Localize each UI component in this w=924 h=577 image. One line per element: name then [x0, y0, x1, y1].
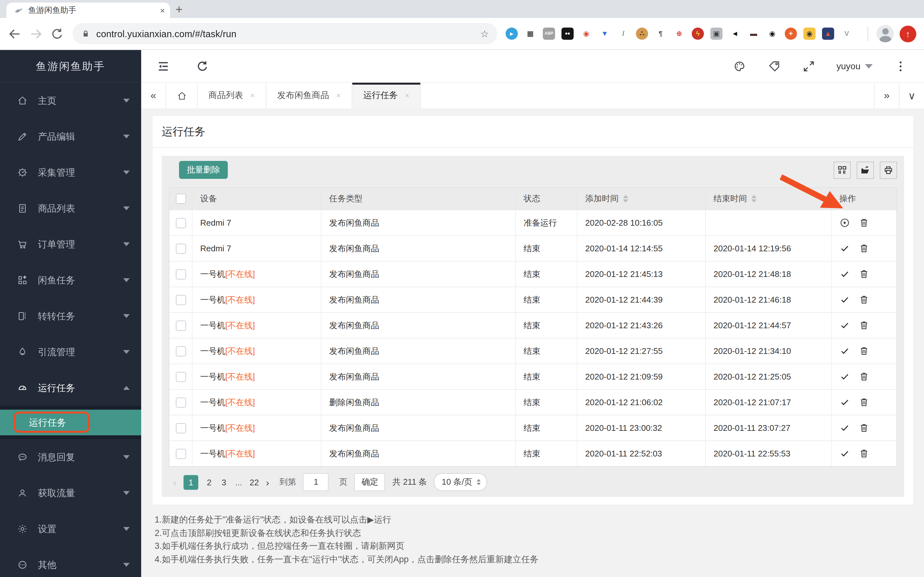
sidebar-item-cart[interactable]: 订单管理: [0, 226, 141, 262]
scroll-tabs-left-button[interactable]: «: [141, 83, 166, 108]
delete-task-button[interactable]: [859, 371, 869, 382]
delete-task-button[interactable]: [859, 243, 869, 254]
camera-extension-icon[interactable]: ◉: [803, 27, 816, 40]
forward-icon[interactable]: [29, 27, 43, 41]
qr-code-extension-icon[interactable]: ▦: [524, 27, 536, 40]
mask-extension-icon[interactable]: ••: [561, 27, 573, 40]
new-tab-button[interactable]: +: [170, 1, 188, 18]
tab-3[interactable]: 运行任务×: [352, 83, 421, 108]
tabs-menu-button[interactable]: ∨: [899, 83, 924, 108]
row-checkbox[interactable]: [176, 243, 186, 253]
prev-page-button[interactable]: ‹: [173, 477, 176, 488]
theme-palette-icon[interactable]: [732, 59, 746, 73]
table-row: 一号机[不在线]发布闲鱼商品结束2020-01-11 23:00:322020-…: [170, 415, 897, 440]
sidebar-item-collect[interactable]: 采集管理: [0, 155, 141, 190]
url-bar[interactable]: control.yuxianxian.com/#/task/run ☆: [73, 23, 497, 44]
page-number-1[interactable]: 1: [184, 475, 198, 490]
sort-icon[interactable]: [751, 195, 756, 203]
tab-close-icon[interactable]: ×: [405, 91, 409, 100]
adblock-plus-extension-icon[interactable]: ABP: [543, 27, 555, 40]
kebab-menu-icon[interactable]: [894, 59, 907, 73]
row-checkbox[interactable]: [176, 397, 186, 408]
header-toolbar: yuyou: [141, 50, 924, 82]
tab-close-icon[interactable]: ×: [160, 6, 165, 15]
browser-tab[interactable]: 鱼游闲鱼助手 ×: [6, 3, 170, 18]
sidebar-item-dashboard[interactable]: 运行任务: [0, 370, 141, 406]
delete-task-button[interactable]: [859, 269, 869, 279]
hub-extension-icon[interactable]: +: [785, 27, 797, 40]
sidebar-item-grid[interactable]: 闲鱼任务: [0, 262, 141, 298]
delete-task-button[interactable]: [859, 320, 869, 331]
delete-task-button[interactable]: [859, 294, 869, 305]
row-checkbox[interactable]: [176, 346, 186, 356]
sort-icon[interactable]: [623, 195, 628, 203]
row-checkbox[interactable]: [176, 423, 186, 433]
tab-home[interactable]: [166, 83, 198, 108]
batch-delete-button[interactable]: 批量删除: [179, 161, 228, 179]
sitemap-extension-icon[interactable]: ⊕: [673, 27, 685, 40]
fullscreen-icon[interactable]: [802, 59, 815, 73]
sidebar-item-more[interactable]: 其他: [0, 547, 141, 577]
window-extension-icon[interactable]: ▣: [710, 27, 722, 40]
grid-icon: [17, 274, 28, 286]
vue-extension-icon[interactable]: V: [841, 27, 853, 40]
tab-2[interactable]: 发布闲鱼商品×: [266, 83, 352, 108]
print-button[interactable]: [880, 161, 897, 179]
next-page-button[interactable]: ›: [266, 477, 269, 488]
collapse-sidebar-icon[interactable]: [157, 59, 170, 73]
page-number-2[interactable]: 2: [205, 477, 213, 487]
export-button[interactable]: [857, 161, 874, 179]
delete-task-button[interactable]: [859, 218, 869, 228]
select-all-checkbox[interactable]: [176, 193, 186, 204]
sidebar-item-user[interactable]: 获取流量: [0, 475, 141, 511]
per-page-select[interactable]: 10 条/页: [434, 473, 487, 491]
rocket-extension-icon[interactable]: ▲: [822, 27, 834, 40]
row-checkbox[interactable]: [176, 218, 186, 228]
row-checkbox[interactable]: [176, 269, 186, 279]
sidebar-item-layers[interactable]: 转转任务: [0, 298, 141, 334]
confirm-goto-button[interactable]: 确定: [355, 473, 385, 491]
scallion-extension-icon[interactable]: /: [617, 27, 630, 40]
column-settings-button[interactable]: [834, 161, 851, 179]
balloon-extension-icon[interactable]: ▼: [599, 27, 611, 40]
row-checkbox[interactable]: [176, 372, 186, 382]
tag-icon[interactable]: [767, 59, 780, 73]
run-task-button[interactable]: [839, 218, 850, 228]
update-chrome-button[interactable]: ↑: [900, 25, 916, 42]
sidebar-item-flame[interactable]: 引流管理: [0, 334, 141, 370]
row-checkbox[interactable]: [176, 448, 186, 459]
tab-close-icon[interactable]: ×: [250, 91, 255, 100]
bookmark-star-icon[interactable]: ☆: [480, 28, 489, 39]
sidebar-item-list[interactable]: 商品列表: [0, 190, 141, 226]
row-checkbox[interactable]: [176, 320, 186, 330]
sidebar-item-gear[interactable]: 设置: [0, 511, 141, 547]
sidebar-item-edit[interactable]: 产品编辑: [0, 119, 141, 155]
map-pin-extension-icon[interactable]: ◉: [580, 27, 592, 40]
tab-close-icon[interactable]: ×: [336, 91, 341, 100]
sidebar-item-chat[interactable]: 消息回复: [0, 439, 141, 475]
sidebar-item-home[interactable]: 主页: [0, 83, 141, 119]
flash-extension-icon[interactable]: ϟ: [692, 27, 704, 40]
profile-avatar[interactable]: [877, 25, 894, 42]
incognito-doc-extension-icon[interactable]: ▬: [748, 27, 760, 40]
delete-task-button[interactable]: [859, 422, 869, 434]
tab-1[interactable]: 商品列表×: [198, 83, 266, 108]
fish-extension-icon[interactable]: ◄: [729, 27, 741, 40]
scroll-tabs-right-button[interactable]: »: [874, 83, 899, 108]
page-number-22[interactable]: 22: [250, 477, 259, 487]
user-menu[interactable]: yuyou: [837, 61, 873, 71]
back-icon[interactable]: [8, 27, 22, 41]
delete-task-button[interactable]: [859, 346, 869, 356]
refresh-page-icon[interactable]: [196, 59, 209, 73]
delete-task-button[interactable]: [859, 397, 869, 408]
reload-icon[interactable]: [50, 27, 64, 41]
pilcrow-extension-icon[interactable]: ¶: [654, 27, 667, 40]
page-number-3[interactable]: 3: [220, 477, 228, 487]
goto-page-input[interactable]: 1: [303, 473, 329, 491]
cookie-extension-icon[interactable]: ∴: [636, 27, 648, 40]
eye-extension-icon[interactable]: ◉: [766, 27, 779, 40]
row-checkbox[interactable]: [176, 295, 186, 305]
delete-task-button[interactable]: [859, 448, 869, 459]
sidebar-subitem-run-tasks[interactable]: 运行任务: [0, 410, 141, 435]
send-extension-icon[interactable]: ▸: [506, 27, 518, 40]
